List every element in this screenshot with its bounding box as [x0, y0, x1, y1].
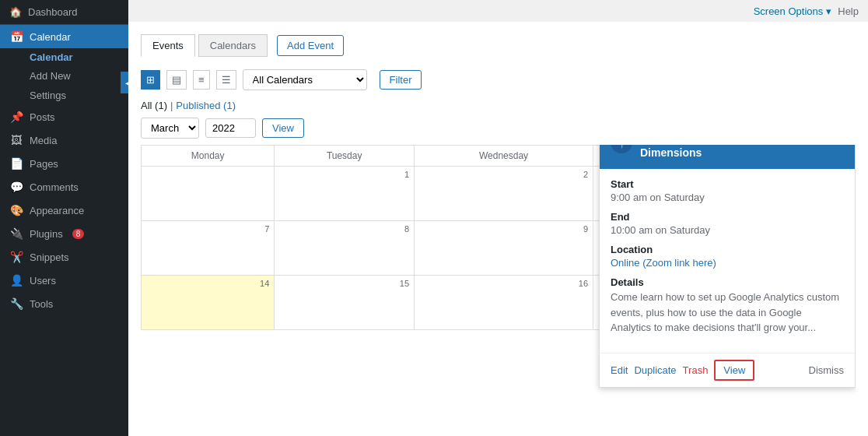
col-header-monday: Monday	[142, 146, 275, 167]
popup-start-section: Start 9:00 am on Saturday	[611, 178, 844, 203]
month-view-label: View	[272, 122, 294, 134]
filter-button[interactable]: Filter	[380, 70, 422, 90]
popup-duplicate-link[interactable]: Duplicate	[634, 364, 676, 376]
calendar-wrapper: Monday Tuesday Wednesday Thursday Friday…	[141, 145, 856, 424]
sidebar-logo[interactable]: 🏠 Dashboard	[0, 0, 128, 25]
popup-location-icon: 📍	[611, 145, 632, 153]
filter-all-label: All	[141, 100, 152, 111]
tools-label: Tools	[30, 298, 53, 310]
screen-options-button[interactable]: Screen Options ▾	[754, 5, 832, 17]
popup-header: 📍 How to Use Google Analytics Custom Dim…	[600, 145, 855, 169]
topbar-help[interactable]: Help	[838, 5, 859, 17]
filter-label: Filter	[390, 74, 412, 86]
view-icon-list[interactable]: ≡	[193, 70, 210, 90]
appearance-label: Appearance	[30, 205, 84, 216]
appearance-icon: 🎨	[9, 204, 23, 216]
popup-edit-link[interactable]: Edit	[611, 364, 628, 376]
calendar-cell-2: 2	[415, 167, 593, 221]
screen-options-label: Screen Options	[754, 5, 824, 17]
media-icon: 🖼	[9, 134, 23, 146]
popup-details-label: Details	[611, 276, 844, 288]
sidebar-item-settings[interactable]: Settings	[0, 86, 128, 105]
filter-row: All (1) | Published (1)	[141, 100, 856, 111]
posts-label: Posts	[30, 111, 55, 123]
year-input[interactable]	[205, 118, 256, 138]
calendar-cell-16: 16	[415, 276, 593, 330]
popup-end-value: 10:00 am on Saturday	[611, 224, 844, 236]
users-label: Users	[30, 275, 56, 287]
view-icon-grid[interactable]: ⊞	[141, 70, 160, 90]
tab-calendars-label: Calendars	[210, 40, 256, 51]
tabs-bar: Events Calendars Add Event	[141, 34, 856, 57]
pages-label: Pages	[30, 158, 58, 170]
popup-location-value[interactable]: Online (Zoom link here)	[611, 257, 844, 269]
main-content: Screen Options ▾ Help Events Calendars A…	[128, 0, 868, 436]
popup-body: Start 9:00 am on Saturday End 10:00 am o…	[600, 169, 855, 353]
sidebar-item-users[interactable]: 👤 Users	[0, 269, 128, 292]
calendar-icon: 📅	[9, 30, 23, 43]
screen-options-arrow-icon: ▾	[826, 5, 831, 17]
sidebar-item-comments[interactable]: 💬 Comments	[0, 175, 128, 199]
month-view-button[interactable]: View	[262, 118, 304, 138]
sidebar-calendar-label: Calendar	[30, 31, 71, 43]
sidebar-collapse-button[interactable]: ◀	[121, 72, 128, 93]
popup-end-label: End	[611, 211, 844, 223]
plugins-icon: 🔌	[9, 227, 23, 240]
add-event-button[interactable]: Add Event	[277, 35, 344, 56]
comments-icon: 💬	[9, 181, 23, 193]
col-header-wednesday: Wednesday	[415, 146, 593, 167]
filter-all-count: (1)	[155, 100, 167, 111]
sidebar-item-tools[interactable]: 🔧 Tools	[0, 292, 128, 315]
calendar-cell-9: 9	[415, 221, 593, 276]
col-header-tuesday: Tuesday	[275, 146, 415, 167]
dashboard-icon: 🏠	[9, 6, 22, 18]
calendar-cell-14-today: 14	[142, 276, 275, 330]
plugins-badge: 8	[72, 229, 85, 239]
pages-icon: 📄	[9, 157, 23, 170]
tab-calendars[interactable]: Calendars	[198, 34, 268, 57]
tab-events-label: Events	[152, 40, 184, 51]
popup-location-label: Location	[611, 244, 844, 255]
popup-trash-link[interactable]: Trash	[683, 364, 709, 376]
media-label: Media	[30, 135, 57, 146]
popup-view-button[interactable]: View	[714, 360, 754, 381]
posts-icon: 📌	[9, 111, 23, 123]
sidebar-item-pages[interactable]: 📄 Pages	[0, 152, 128, 175]
event-popup: 📍 How to Use Google Analytics Custom Dim…	[599, 145, 856, 388]
filter-published-label: Published	[176, 100, 220, 111]
popup-title: How to Use Google Analytics Custom Dimen…	[640, 145, 844, 160]
snippets-icon: ✂️	[9, 251, 23, 263]
popup-actions: Edit Duplicate Trash View Dismiss	[600, 353, 855, 387]
calendar-cell-15: 15	[275, 276, 415, 330]
sidebar-item-posts[interactable]: 📌 Posts	[0, 105, 128, 128]
calendar-filter-select[interactable]: All Calendars	[243, 69, 367, 90]
plugins-label: Plugins	[30, 228, 63, 240]
add-event-label: Add Event	[287, 40, 334, 51]
calendar-cell-8: 8	[275, 221, 415, 276]
sidebar-item-add-new[interactable]: Add New	[0, 66, 128, 86]
popup-details-value: Come learn how to set up Google Analytic…	[611, 290, 844, 336]
filter-published-link[interactable]: Published (1)	[176, 100, 236, 111]
sidebar-item-snippets[interactable]: ✂️ Snippets	[0, 245, 128, 269]
topbar: Screen Options ▾ Help	[128, 0, 868, 22]
sidebar-item-plugins[interactable]: 🔌 Plugins 8	[0, 222, 128, 245]
sidebar-item-appearance[interactable]: 🎨 Appearance	[0, 199, 128, 222]
view-icon-text[interactable]: ☰	[216, 70, 236, 90]
snippets-label: Snippets	[30, 251, 69, 263]
popup-location-section: Location Online (Zoom link here)	[611, 244, 844, 269]
filter-all-link[interactable]: All (1)	[141, 100, 167, 111]
view-icon-columns[interactable]: ▤	[166, 70, 187, 90]
month-nav: March View	[141, 118, 856, 139]
sidebar-item-calendar[interactable]: 📅 Calendar	[0, 25, 128, 48]
tab-events[interactable]: Events	[141, 34, 195, 57]
page-content: Events Calendars Add Event ⊞ ▤ ≡ ☰ All C…	[128, 22, 868, 436]
popup-start-label: Start	[611, 178, 844, 190]
filter-separator: |	[170, 100, 173, 111]
comments-label: Comments	[30, 181, 79, 193]
tools-icon: 🔧	[9, 297, 23, 310]
month-select[interactable]: March	[141, 118, 199, 139]
popup-dismiss-link[interactable]: Dismiss	[809, 364, 845, 376]
sidebar-item-media[interactable]: 🖼 Media	[0, 128, 128, 152]
view-toolbar: ⊞ ▤ ≡ ☰ All Calendars Filter	[141, 69, 856, 90]
dashboard-label: Dashboard	[28, 6, 78, 18]
